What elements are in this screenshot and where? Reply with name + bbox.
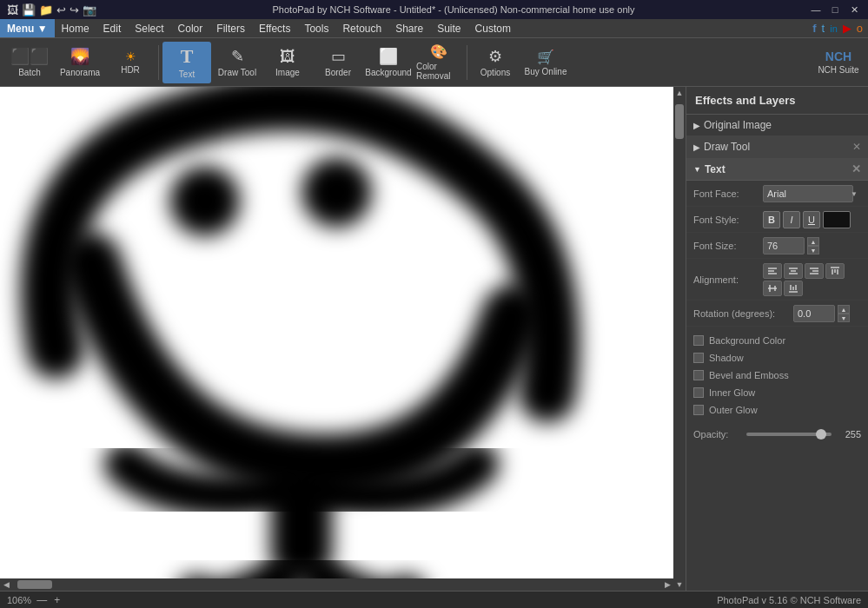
tool-border[interactable]: ▭ Border — [314, 42, 362, 83]
tool-nch-suite[interactable]: NCH NCH Suite — [814, 42, 863, 83]
shadow-checkbox[interactable] — [693, 353, 704, 363]
layer-original-label: Original Image — [704, 119, 772, 131]
menu-filters[interactable]: Filters — [209, 19, 252, 37]
panorama-icon: 🌄 — [70, 47, 89, 66]
bevel-emboss-checkbox-row[interactable]: Bevel and Emboss — [686, 367, 868, 384]
opacity-slider[interactable] — [746, 433, 832, 436]
tool-text[interactable]: T Text — [162, 42, 211, 83]
inner-glow-checkbox-row[interactable]: Inner Glow — [686, 384, 868, 401]
scroll-left-arrow[interactable]: ◀ — [0, 578, 12, 591]
outer-glow-checkbox[interactable] — [693, 405, 704, 415]
align-middle-button[interactable] — [763, 281, 782, 296]
outer-glow-checkbox-row[interactable]: Outer Glow — [686, 401, 868, 419]
menu-select[interactable]: Select — [128, 19, 170, 37]
scroll-thumb-vertical[interactable] — [675, 104, 684, 139]
underline-button[interactable]: U — [803, 211, 820, 228]
text-section-close[interactable]: ✕ — [851, 162, 861, 175]
canvas-area[interactable]: ▲ ▼ ◀ ▶ — [0, 87, 686, 591]
opacity-thumb[interactable] — [816, 429, 826, 439]
menu-button[interactable]: Menu ▼ — [0, 19, 55, 37]
maximize-button[interactable]: □ — [828, 3, 842, 16]
tool-draw[interactable]: ✎ Draw Tool — [213, 42, 262, 83]
open-icon[interactable]: 📁 — [39, 3, 53, 17]
layer-original-image[interactable]: ▶ Original Image — [686, 115, 868, 136]
panel-header: Effects and Layers — [686, 87, 868, 115]
bevel-emboss-checkbox[interactable] — [693, 370, 704, 380]
menu-share[interactable]: Share — [388, 19, 430, 37]
text-color-swatch[interactable] — [823, 211, 851, 228]
window-title: PhotoPad by NCH Software - Untitled* - (… — [98, 4, 809, 15]
redo-icon[interactable]: ↪ — [70, 3, 79, 17]
minimize-button[interactable]: — — [809, 3, 823, 16]
menu-edit[interactable]: Edit — [96, 19, 129, 37]
layer-draw-label: Draw Tool — [704, 141, 750, 153]
rotation-control: ▲ ▼ — [793, 305, 861, 322]
tool-hdr[interactable]: ☀ HDR — [106, 42, 155, 83]
align-top-button[interactable] — [825, 263, 845, 279]
align-left-icon — [767, 267, 778, 275]
menu-effects[interactable]: Effects — [252, 19, 297, 37]
zoom-level: 106% — [7, 595, 31, 605]
svg-point-0 — [169, 166, 240, 236]
font-size-down[interactable]: ▼ — [807, 246, 819, 254]
linkedin-icon[interactable]: in — [828, 23, 839, 34]
scroll-down-arrow[interactable]: ▼ — [673, 578, 686, 591]
layer-draw-close[interactable]: ✕ — [852, 141, 861, 153]
horizontal-scrollbar[interactable]: ◀ ▶ — [0, 578, 673, 591]
save-icon[interactable]: 💾 — [22, 3, 36, 17]
border-icon: ▭ — [331, 47, 346, 66]
scroll-thumb-horizontal[interactable] — [17, 580, 52, 589]
bevel-emboss-label: Bevel and Emboss — [709, 370, 789, 380]
menu-color[interactable]: Color — [171, 19, 210, 37]
align-bottom-button[interactable] — [784, 281, 803, 296]
shadow-checkbox-row[interactable]: Shadow — [686, 349, 868, 367]
vertical-scrollbar[interactable]: ▲ ▼ — [673, 87, 686, 591]
tool-color-removal[interactable]: 🎨 Color Removal — [414, 42, 463, 83]
scroll-up-arrow[interactable]: ▲ — [673, 87, 686, 99]
font-size-input[interactable] — [763, 237, 805, 254]
rotation-up[interactable]: ▲ — [838, 305, 850, 314]
text-section: ▼ Text ✕ Font Face: Arial Times New Roma… — [686, 158, 868, 445]
tool-panorama-label: Panorama — [60, 68, 100, 77]
zoom-plus-button[interactable]: + — [52, 594, 62, 606]
scroll-right-arrow[interactable]: ▶ — [661, 578, 673, 591]
align-top-icon — [830, 267, 840, 275]
background-color-checkbox-row[interactable]: Background Color — [686, 332, 868, 349]
tool-batch[interactable]: ⬛⬛ Batch — [5, 42, 54, 83]
youtube-icon[interactable]: ▶ — [841, 22, 853, 35]
menu-tools[interactable]: Tools — [297, 19, 335, 37]
tool-background[interactable]: ⬜ Background — [364, 42, 413, 83]
tool-options[interactable]: ⚙ Options — [471, 42, 520, 83]
undo-icon[interactable]: ↩ — [56, 3, 66, 17]
font-style-row: Font Style: B I U — [686, 207, 868, 233]
tool-image[interactable]: 🖼 Image — [263, 42, 312, 83]
separator-2 — [467, 45, 467, 80]
close-button[interactable]: ✕ — [847, 3, 861, 16]
menu-home[interactable]: Home — [55, 19, 96, 37]
background-color-checkbox[interactable] — [693, 335, 704, 346]
layer-draw-tool[interactable]: ▶ Draw Tool ✕ — [686, 136, 868, 158]
facebook-icon[interactable]: f — [811, 22, 818, 35]
rotation-input[interactable] — [793, 305, 835, 322]
text-section-header[interactable]: ▼ Text ✕ — [686, 158, 868, 181]
camera-icon[interactable]: 📷 — [83, 3, 96, 17]
italic-button[interactable]: I — [783, 211, 800, 228]
align-left-button[interactable] — [763, 263, 782, 279]
zoom-minus-button[interactable]: — — [35, 594, 49, 606]
align-center-button[interactable] — [784, 263, 803, 279]
twitter-icon[interactable]: t — [820, 22, 827, 35]
inner-glow-checkbox[interactable] — [693, 387, 704, 398]
menu-retouch[interactable]: Retouch — [335, 19, 388, 37]
align-right-button[interactable] — [805, 263, 824, 279]
font-size-up[interactable]: ▲ — [807, 237, 819, 246]
rotation-down[interactable]: ▼ — [838, 314, 850, 322]
tool-buy-online[interactable]: 🛒 Buy Online — [521, 42, 570, 83]
hdr-icon: ☀ — [125, 50, 136, 63]
google-icon[interactable]: o — [855, 22, 865, 35]
menu-custom[interactable]: Custom — [468, 19, 518, 37]
menu-suite[interactable]: Suite — [430, 19, 467, 37]
tool-panorama[interactable]: 🌄 Panorama — [56, 42, 104, 83]
font-face-select[interactable]: Arial Times New Roman Courier New — [763, 185, 853, 202]
window-controls: — □ ✕ — [809, 3, 861, 16]
bold-button[interactable]: B — [763, 211, 780, 228]
